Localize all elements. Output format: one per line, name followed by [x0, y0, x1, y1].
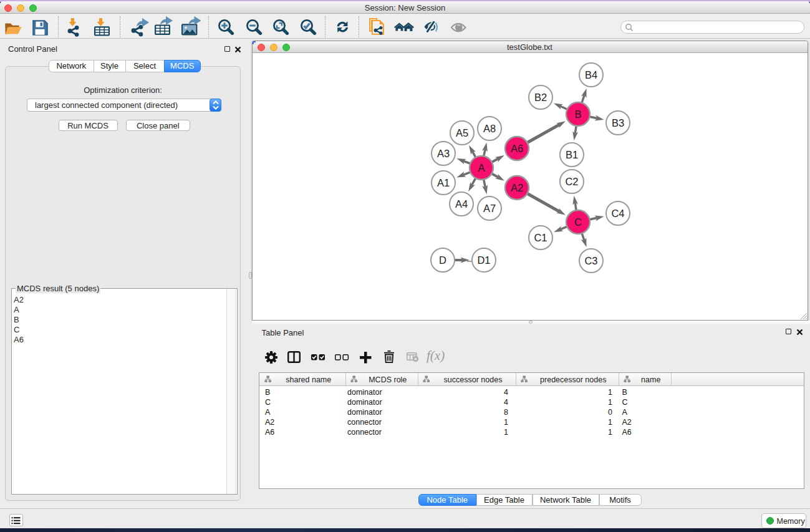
- svg-text:B3: B3: [612, 117, 624, 128]
- svg-text:A4: A4: [455, 198, 468, 210]
- svg-text:C: C: [574, 216, 582, 228]
- svg-text:D: D: [439, 254, 446, 266]
- svg-text:C3: C3: [584, 255, 597, 266]
- svg-text:C2: C2: [565, 176, 578, 187]
- svg-text:A8: A8: [483, 123, 496, 134]
- svg-text:A6: A6: [511, 143, 523, 154]
- svg-text:B1: B1: [566, 149, 578, 160]
- svg-text:C1: C1: [534, 232, 547, 243]
- svg-text:A3: A3: [437, 148, 450, 159]
- svg-text:A2: A2: [511, 182, 523, 193]
- svg-text:D1: D1: [477, 254, 490, 266]
- svg-text:C4: C4: [611, 208, 624, 219]
- svg-text:B2: B2: [534, 92, 547, 103]
- svg-text:A7: A7: [483, 203, 496, 214]
- svg-text:B: B: [574, 109, 581, 120]
- svg-text:B4: B4: [585, 69, 597, 80]
- svg-text:A: A: [478, 162, 485, 173]
- svg-text:A1: A1: [437, 177, 450, 188]
- svg-text:A5: A5: [456, 127, 468, 138]
